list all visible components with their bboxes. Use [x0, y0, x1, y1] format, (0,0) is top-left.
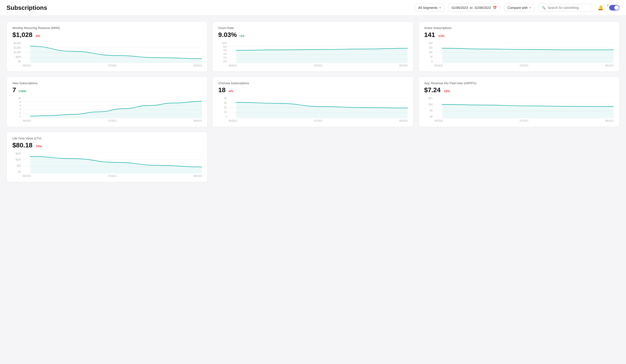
y-axis-label: 4: [12, 108, 21, 111]
card-active: Active Subscriptions141-13%2001501005000…: [418, 21, 620, 72]
card-badge: +23: [239, 34, 244, 38]
y-axis-label: $50: [12, 164, 21, 167]
x-axis-label: 08/2023: [193, 64, 202, 67]
card-metric-value: 18: [218, 86, 226, 94]
sparkline-svg: [229, 42, 408, 63]
card-value-row: $7.24-18%: [424, 86, 614, 94]
header: Subscriptions All Segments ▾ 01/06/2023 …: [0, 0, 626, 16]
chart-container: $2,000$1,500$1,000$500$006/202307/202308…: [12, 42, 202, 67]
y-axis-label: 30: [218, 102, 227, 104]
card-badge: -4%: [35, 34, 40, 38]
y-axis-label: 10: [218, 111, 227, 113]
y-axis-label: 20: [218, 106, 227, 109]
y-axis-label: $150: [12, 152, 21, 155]
theme-toggle[interactable]: [609, 5, 620, 10]
card-value-row: $80.18-70%: [12, 142, 202, 149]
x-axis-labels: 06/202307/202308/2023: [23, 119, 202, 122]
card-value-row: 9.03%+23: [218, 31, 408, 38]
sparkline-area: 06/202307/202308/2023: [434, 42, 614, 67]
x-axis-label: 07/2023: [520, 64, 528, 67]
sparkline-area: 06/202307/202308/2023: [229, 42, 408, 67]
y-axis-label: 6%: [218, 49, 227, 52]
search-box[interactable]: 🔍: [538, 4, 592, 12]
y-axis-label: $0: [12, 60, 21, 63]
y-axis-label: 4%: [218, 53, 227, 55]
y-axis-labels: $2,000$1,500$1,000$500$0: [12, 42, 21, 67]
chevron-down-icon: ▾: [530, 6, 531, 9]
chevron-down-icon: ▾: [439, 6, 441, 9]
sparkline-area: 06/202307/202308/2023: [229, 97, 408, 122]
chart-container: $150$100$50$006/202307/202308/2023: [12, 152, 202, 177]
card-value-row: 141-13%: [424, 31, 614, 38]
card-mrr: Monthly Recurring Revenue (MRR)$1,028-4%…: [6, 21, 208, 72]
y-axis-label: $1,500: [12, 46, 21, 49]
metrics-grid-row3: Life Time Value (LTV)$80.18-70%$150$100$…: [6, 132, 620, 182]
card-value-row: 7+16%: [12, 86, 202, 94]
segment-dropdown[interactable]: All Segments ▾: [415, 4, 444, 12]
card-churned-subs: Churned Subscriptions18-4%40302010006/20…: [212, 76, 413, 127]
y-axis-label: $0: [12, 171, 21, 173]
toggle-knob: [614, 5, 619, 10]
y-axis-label: 100: [424, 51, 433, 54]
x-axis-label: 08/2023: [605, 119, 614, 122]
chart-container: 108642006/202307/202308/2023: [12, 97, 202, 122]
card-title: Churn Rate: [218, 26, 408, 30]
y-axis-labels: $15$10$5$0: [424, 97, 433, 122]
x-axis-labels: 06/202307/202308/2023: [229, 64, 408, 67]
y-axis-label: 2%: [218, 56, 227, 59]
sparkline-svg: [23, 152, 202, 173]
card-title: Life Time Value (LTV): [12, 137, 202, 140]
y-axis-label: 0: [12, 115, 21, 118]
x-axis-label: 08/2023: [399, 119, 408, 122]
date-range-separator: to: [470, 6, 473, 10]
x-axis-labels: 06/202307/202308/2023: [434, 119, 614, 122]
x-axis-label: 06/2023: [23, 119, 31, 122]
x-axis-label: 08/2023: [399, 64, 408, 67]
card-new-subs: New Subscriptions7+16%108642006/202307/2…: [6, 76, 208, 127]
card-value-row: 18-4%: [218, 86, 408, 94]
y-axis-label: 0%: [218, 60, 227, 63]
card-metric-value: 141: [424, 31, 435, 38]
y-axis-label: 40: [218, 97, 227, 100]
sparkline-svg: [23, 42, 202, 63]
x-axis-label: 08/2023: [193, 119, 202, 122]
chart-container: 40302010006/202307/202308/2023: [218, 97, 408, 122]
search-input[interactable]: [548, 6, 588, 10]
date-range-picker[interactable]: 01/06/2023 to 31/08/2023 📅: [448, 4, 500, 12]
y-axis-label: $100: [12, 158, 21, 161]
compare-dropdown[interactable]: Compare with ▾: [504, 4, 535, 12]
x-axis-label: 07/2023: [108, 119, 117, 122]
card-metric-value: 9.03%: [218, 31, 237, 38]
sparkline-svg: [434, 97, 614, 118]
sparkline-svg: [434, 42, 614, 63]
y-axis-labels: 10%8%6%4%2%0%: [218, 42, 227, 67]
segment-label: All Segments: [418, 6, 437, 10]
card-metric-value: $1,028: [12, 31, 33, 38]
x-axis-label: 07/2023: [520, 119, 528, 122]
card-metric-value: $7.24: [424, 86, 441, 94]
card-title: Avg. Revenue Per Paid User (ARPPU): [424, 81, 614, 85]
y-axis-labels: $150$100$50$0: [12, 152, 21, 177]
compare-label: Compare with: [508, 6, 528, 10]
card-ltv: Life Time Value (LTV)$80.18-70%$150$100$…: [6, 132, 208, 182]
x-axis-labels: 06/202307/202308/2023: [434, 64, 614, 67]
calendar-icon: 📅: [493, 6, 497, 10]
dot-indicator: [607, 4, 609, 6]
metrics-grid: Monthly Recurring Revenue (MRR)$1,028-4%…: [6, 21, 620, 72]
y-axis-label: 10%: [218, 42, 227, 44]
card-badge: -13%: [437, 34, 444, 38]
y-axis-label: 0: [218, 115, 227, 118]
y-axis-label: $1,000: [12, 51, 21, 54]
x-axis-label: 07/2023: [108, 175, 117, 177]
x-axis-label: 06/2023: [229, 64, 237, 67]
y-axis-label: 200: [424, 42, 433, 44]
notification-bell-icon[interactable]: 🔔: [596, 4, 605, 11]
sparkline-area: 06/202307/202308/2023: [23, 42, 202, 67]
x-axis-labels: 06/202307/202308/2023: [23, 64, 202, 67]
y-axis-label: $0: [424, 115, 433, 118]
x-axis-labels: 06/202307/202308/2023: [229, 119, 408, 122]
card-churn: Churn Rate9.03%+2310%8%6%4%2%0%06/202307…: [212, 21, 413, 72]
x-axis-label: 08/2023: [193, 175, 202, 177]
chart-container: $15$10$5$006/202307/202308/2023: [424, 97, 614, 122]
x-axis-label: 06/2023: [229, 119, 237, 122]
